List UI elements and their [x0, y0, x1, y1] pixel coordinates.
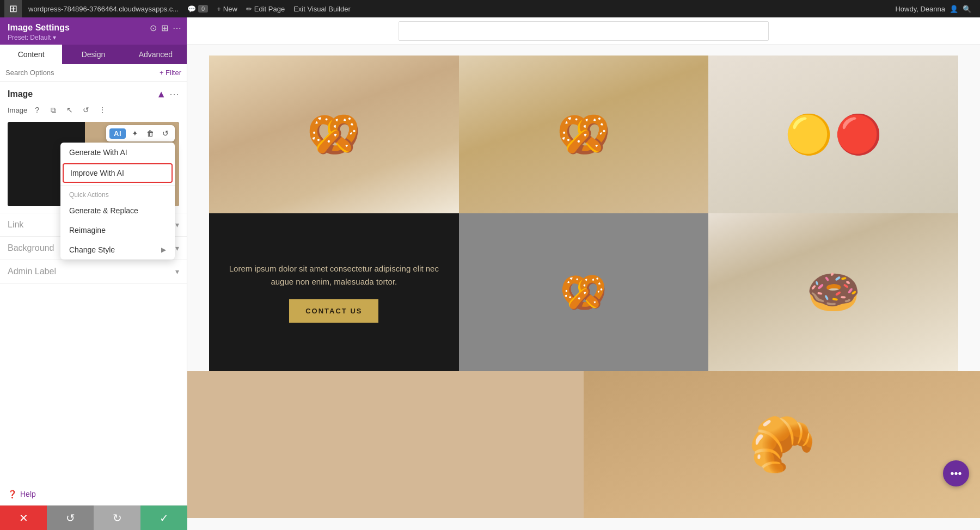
- sidebar-preset[interactable]: Preset: Default ▾: [8, 34, 179, 41]
- ai-button[interactable]: AI: [109, 128, 126, 139]
- link-section-title: Link: [8, 220, 23, 230]
- copy-icon[interactable]: ⧉: [47, 103, 60, 116]
- content-top-border: [399, 21, 769, 41]
- more-icon[interactable]: ⋯: [173, 23, 181, 33]
- preset-label: Preset: Default: [8, 34, 51, 41]
- sidebar-tabs: Content Design Advanced: [0, 45, 187, 64]
- content-area: 🥨 🥨 🟡🔴 Lorem ipsum dolor sit amet consec…: [187, 17, 980, 530]
- image-preview-wrapper: 🥨 AI ✦ 🗑 ↺ Generate With AI Improve With…: [8, 122, 179, 206]
- change-style-label: Change Style: [69, 245, 115, 254]
- edit-page-label: Edit Page: [254, 5, 285, 13]
- gallery-cell-5: 🥨: [459, 213, 709, 371]
- undo-icon[interactable]: ↺: [79, 103, 93, 116]
- chevron-right-icon: ▶: [161, 246, 166, 254]
- tab-design[interactable]: Design: [62, 45, 124, 64]
- wp-logo-icon[interactable]: ⊞: [4, 0, 22, 17]
- bottom-toolbar: ✕ ↺ ↻ ✓: [0, 505, 187, 530]
- content-top: [187, 17, 980, 45]
- admin-bar-comments[interactable]: 💬 0: [183, 0, 212, 17]
- food-image-grid: 🥨: [459, 213, 709, 371]
- food-image-1: 🥨: [209, 56, 459, 213]
- user-avatar[interactable]: 👤: [950, 5, 958, 13]
- gallery-cell-6: 🍩: [708, 213, 958, 371]
- bottom-right: 🥐: [584, 371, 980, 518]
- cursor-icon[interactable]: ↖: [63, 103, 76, 116]
- change-style-item[interactable]: Change Style ▶: [60, 240, 175, 260]
- sidebar-header-icons: ⊙ ⊞ ⋯: [150, 23, 181, 33]
- main-layout: Image Settings Preset: Default ▾ ⊙ ⊞ ⋯ C…: [0, 17, 980, 530]
- reset-icon[interactable]: ↺: [160, 127, 171, 139]
- link-chevron-icon[interactable]: ▾: [175, 220, 179, 229]
- food-image-2: 🥨: [459, 56, 709, 213]
- sidebar: Image Settings Preset: Default ▾ ⊙ ⊞ ⋯ C…: [0, 17, 187, 530]
- confirm-button[interactable]: ✓: [140, 506, 187, 530]
- undo-icon: ↺: [66, 511, 75, 525]
- filter-button[interactable]: + Filter: [160, 69, 181, 77]
- preset-chevron-icon: ▾: [53, 34, 56, 41]
- pencil-icon: ✏: [246, 5, 252, 13]
- admin-label-title: Admin Label: [8, 267, 56, 276]
- redo-button[interactable]: ↻: [94, 506, 140, 530]
- generate-replace-item[interactable]: Generate & Replace: [60, 201, 175, 220]
- gallery-cell-2: 🥨: [459, 56, 709, 213]
- search-input[interactable]: [5, 69, 155, 77]
- gallery-cell-1: 🥨: [209, 56, 459, 213]
- admin-bar-new[interactable]: + New: [212, 0, 242, 17]
- grid-icon[interactable]: ⊞: [161, 23, 168, 33]
- gallery-cell-3: 🟡🔴: [708, 56, 958, 213]
- food-image-condiments: 🟡🔴: [708, 56, 958, 213]
- sidebar-header: Image Settings Preset: Default ▾ ⊙ ⊞ ⋯: [0, 17, 187, 45]
- close-button[interactable]: ✕: [0, 506, 47, 530]
- reimagine-item[interactable]: Reimagine: [60, 220, 175, 240]
- admin-bar-edit-page[interactable]: ✏ Edit Page: [242, 0, 289, 17]
- quick-actions-label: Quick Actions: [60, 188, 175, 201]
- admin-label-section: Admin Label ▾: [0, 260, 187, 284]
- check-icon: ✓: [160, 511, 169, 525]
- bottom-left: [187, 371, 584, 518]
- gallery-section: 🥨 🥨 🟡🔴 Lorem ipsum dolor sit amet consec…: [187, 45, 980, 371]
- ai-dropdown-menu: Generate With AI Improve With AI Quick A…: [60, 143, 175, 260]
- admin-bar-exit-builder[interactable]: Exit Visual Builder: [289, 0, 355, 17]
- collapse-icon[interactable]: ▲: [156, 89, 166, 100]
- admin-bar-right: Howdy, Deanna 👤 🔍: [895, 5, 976, 13]
- help-label: Help: [20, 490, 36, 498]
- contact-us-button[interactable]: CONTACT US: [289, 299, 378, 323]
- tab-advanced[interactable]: Advanced: [125, 45, 187, 64]
- gallery-cell-dark: Lorem ipsum dolor sit amet consectetur a…: [209, 213, 459, 371]
- admin-label-section-header[interactable]: Admin Label ▾: [8, 267, 179, 276]
- background-section-title: Background: [8, 243, 54, 253]
- howdy-label: Howdy, Deanna: [895, 5, 945, 13]
- dropdown-separator: [60, 185, 175, 186]
- image-section-header[interactable]: Image ▲ ⋯: [8, 88, 179, 100]
- close-icon: ✕: [19, 511, 28, 525]
- new-label: New: [223, 5, 237, 13]
- admin-bar: ⊞ wordpress-784896-3766464.cloudwaysapps…: [0, 0, 980, 17]
- improve-with-ai-item[interactable]: Improve With AI: [63, 163, 173, 183]
- search-icon[interactable]: 🔍: [963, 5, 971, 13]
- sparkle-icon[interactable]: ✦: [129, 127, 141, 139]
- admin-bar-url[interactable]: wordpress-784896-3766464.cloudwaysapps.c…: [24, 0, 183, 17]
- admin-label-chevron-icon[interactable]: ▾: [175, 267, 179, 276]
- delete-icon[interactable]: 🗑: [144, 127, 156, 139]
- generate-with-ai-item[interactable]: Generate With AI: [60, 143, 175, 162]
- dark-cell-text: Lorem ipsum dolor sit amet consectetur a…: [220, 262, 448, 288]
- target-icon[interactable]: ⊙: [150, 23, 157, 33]
- dots-icon[interactable]: ⋮: [96, 103, 109, 116]
- undo-button[interactable]: ↺: [47, 506, 94, 530]
- section-menu-icon[interactable]: ⋯: [169, 88, 179, 100]
- floating-action-button[interactable]: •••: [943, 460, 969, 486]
- help-section[interactable]: ❓ Help: [0, 483, 187, 505]
- bottom-section: 🥐: [187, 371, 980, 518]
- background-chevron-icon[interactable]: ▾: [175, 244, 179, 252]
- help-icon[interactable]: ?: [30, 103, 44, 116]
- food-image-3: 🍩: [708, 213, 958, 371]
- redo-icon: ↻: [113, 511, 122, 525]
- image-toolbar: Image ? ⧉ ↖ ↺ ⋮: [8, 100, 179, 120]
- sidebar-search-bar[interactable]: + Filter: [0, 64, 187, 82]
- ai-floating-toolbar: AI ✦ 🗑 ↺: [106, 125, 175, 141]
- image-section-controls: ▲ ⋯: [156, 88, 179, 100]
- image-section-title: Image: [8, 89, 33, 99]
- exit-builder-label: Exit Visual Builder: [293, 5, 351, 13]
- tab-content[interactable]: Content: [0, 45, 62, 64]
- dots-icon: •••: [950, 467, 961, 480]
